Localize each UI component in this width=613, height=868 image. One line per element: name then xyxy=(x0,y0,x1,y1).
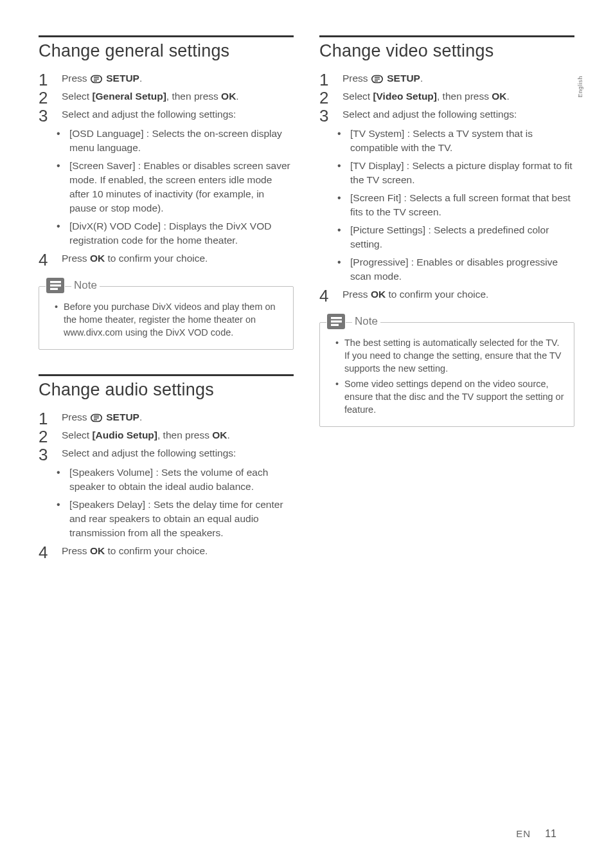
section-title-general: Change general settings xyxy=(39,41,294,61)
svg-rect-19 xyxy=(331,324,339,326)
text: . xyxy=(139,411,142,422)
setup-label: SETUP xyxy=(387,73,420,84)
note-box-video: Note The best setting is automatically s… xyxy=(319,322,574,427)
note-header: Note xyxy=(320,313,574,330)
setup-label: SETUP xyxy=(106,411,139,422)
step-body: Select and adjust the following settings… xyxy=(62,446,294,460)
text: to confirm your choice. xyxy=(386,289,488,300)
step-number: 1 xyxy=(319,71,333,88)
text: Press xyxy=(342,73,371,84)
setting-name: [Picture Settings] xyxy=(350,224,425,235)
setting-name: [Screen Saver] xyxy=(69,160,136,171)
text: to confirm your choice. xyxy=(105,253,208,264)
note-box-general: Note Before you purchase DivX videos and… xyxy=(39,286,294,350)
step-number: 2 xyxy=(39,428,53,445)
text: Press xyxy=(62,545,90,556)
text: , then press xyxy=(437,91,492,102)
svg-rect-17 xyxy=(331,317,342,319)
note-item: Before you purchase DivX videos and play… xyxy=(56,300,284,339)
steps-video: 1 Press SETUP. 2 Select [Video Setup], t… xyxy=(319,71,574,304)
note-label: Note xyxy=(71,279,100,292)
bullet-item: [OSD Language] : Selects the on-screen d… xyxy=(60,127,294,155)
ok-label: OK xyxy=(371,289,386,300)
settings-bullets-video: [TV System] : Selects a TV system that i… xyxy=(319,127,574,284)
step-number: 1 xyxy=(39,410,53,427)
step-4: 4 Press OK to confirm your choice. xyxy=(39,251,294,268)
ok-label: OK xyxy=(492,91,506,102)
ok-label: OK xyxy=(212,429,227,440)
step-body: Select and adjust the following settings… xyxy=(62,107,294,122)
text: . xyxy=(139,73,142,84)
steps-general: 1 Press SETUP. 2 Select [General Setup],… xyxy=(39,71,294,268)
step-3: 3 Select and adjust the following settin… xyxy=(319,107,574,124)
language-tab: English xyxy=(577,76,583,98)
setup-icon xyxy=(91,73,102,87)
ok-label: OK xyxy=(90,253,105,264)
step-3: 3 Select and adjust the following settin… xyxy=(39,107,294,124)
step-1: 1 Press SETUP. xyxy=(39,410,294,427)
step-number: 3 xyxy=(319,107,333,124)
step-body: Press OK to confirm your choice. xyxy=(342,287,574,302)
setup-icon xyxy=(371,73,383,87)
text: . xyxy=(507,91,510,102)
step-4: 4 Press OK to confirm your choice. xyxy=(39,544,294,561)
step-2: 2 Select [Audio Setup], then press OK. xyxy=(39,428,294,445)
step-number: 3 xyxy=(39,446,53,463)
step-2: 2 Select [General Setup], then press OK. xyxy=(39,89,294,106)
step-body: Press OK to confirm your choice. xyxy=(62,251,294,266)
section-rule xyxy=(39,35,294,37)
bullet-item: [Progressive] : Enables or disables prog… xyxy=(341,255,574,284)
step-number: 4 xyxy=(39,251,53,268)
svg-rect-7 xyxy=(50,288,58,290)
settings-bullets-audio: [Speakers Volume] : Sets the volume of e… xyxy=(39,466,294,540)
step-number: 2 xyxy=(319,89,333,106)
section-title-audio: Change audio settings xyxy=(39,380,294,400)
step-body: Select [Video Setup], then press OK. xyxy=(342,89,574,104)
step-number: 4 xyxy=(319,287,333,304)
section-title-video: Change video settings xyxy=(319,41,574,61)
text: Select xyxy=(62,91,92,102)
note-body: Before you purchase DivX videos and play… xyxy=(39,298,293,349)
step-number: 4 xyxy=(39,544,53,561)
note-header: Note xyxy=(39,277,293,294)
step-number: 3 xyxy=(39,107,53,124)
step-2: 2 Select [Video Setup], then press OK. xyxy=(319,89,574,106)
step-body: Select [Audio Setup], then press OK. xyxy=(62,428,294,442)
setup-label: SETUP xyxy=(106,73,139,84)
setup-icon xyxy=(91,412,102,426)
setting-name: [Screen Fit] xyxy=(350,192,401,203)
bullet-item: [Speakers Volume] : Sets the volume of e… xyxy=(60,466,294,494)
note-body: The best setting is automatically select… xyxy=(320,334,574,426)
text: Press xyxy=(62,73,90,84)
text: Press xyxy=(62,411,90,422)
steps-audio: 1 Press SETUP. 2 Select [Audio Setup], t… xyxy=(39,410,294,561)
setting-name: [TV System] xyxy=(350,128,404,139)
step-body: Press SETUP. xyxy=(62,410,294,426)
two-column-layout: Change general settings 1 Press SETUP. 2… xyxy=(39,35,574,585)
setting-name: [OSD Language] xyxy=(69,128,143,139)
bullet-item: [Screen Fit] : Selects a full screen for… xyxy=(341,191,574,219)
right-column: Change video settings 1 Press SETUP. 2 S… xyxy=(319,35,574,585)
setting-name: [Speakers Volume] xyxy=(69,467,153,478)
step-body: Select [General Setup], then press OK. xyxy=(62,89,294,104)
step-1: 1 Press SETUP. xyxy=(319,71,574,88)
text: , then press xyxy=(157,429,212,440)
menu-item: [Audio Setup] xyxy=(92,429,157,440)
setting-name: [Speakers Delay] xyxy=(69,499,145,510)
ok-label: OK xyxy=(90,545,105,556)
bullet-item: [Speakers Delay] : Sets the delay time f… xyxy=(60,498,294,540)
setting-name: [Progressive] xyxy=(350,257,408,267)
bullet-item: [Picture Settings] : Selects a predefine… xyxy=(341,223,574,251)
section-general-settings: Change general settings 1 Press SETUP. 2… xyxy=(39,35,294,350)
settings-bullets-general: [OSD Language] : Selects the on-screen d… xyxy=(39,127,294,248)
svg-rect-18 xyxy=(331,320,342,322)
text: Select xyxy=(62,429,92,440)
text: . xyxy=(236,91,238,102)
step-body: Press OK to confirm your choice. xyxy=(62,544,294,558)
bullet-item: [DivX(R) VOD Code] : Displays the DivX V… xyxy=(60,219,294,248)
section-video-settings: Change video settings 1 Press SETUP. 2 S… xyxy=(319,35,574,427)
step-body: Press SETUP. xyxy=(62,71,294,87)
step-1: 1 Press SETUP. xyxy=(39,71,294,88)
text: Select xyxy=(342,91,373,102)
text: Press xyxy=(62,253,90,264)
